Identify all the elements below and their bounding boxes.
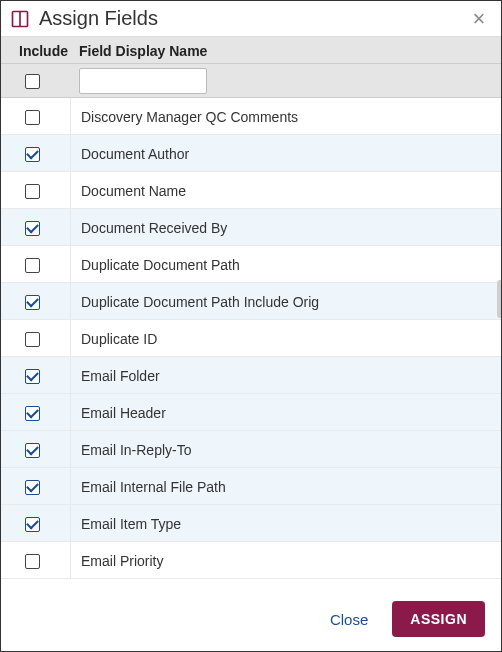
columns-icon (9, 8, 31, 30)
column-header-include[interactable]: Include (1, 37, 71, 63)
row-field-name: Email Priority (71, 547, 501, 573)
close-button[interactable]: Close (326, 605, 372, 634)
row-field-name: Document Author (71, 140, 501, 166)
assign-button[interactable]: ASSIGN (392, 601, 485, 637)
row-field-name: Document Received By (71, 214, 501, 240)
table-row[interactable]: Email Internal File Path (1, 468, 501, 505)
row-field-name: Email Internal File Path (71, 473, 501, 499)
table-row[interactable]: Document Author (1, 135, 501, 172)
table-row[interactable]: Duplicate ID (1, 320, 501, 357)
row-checkbox[interactable] (25, 369, 40, 384)
dialog-title: Assign Fields (39, 7, 467, 30)
row-checkbox[interactable] (25, 221, 40, 236)
select-all-checkbox[interactable] (25, 74, 40, 89)
row-field-name: Duplicate Document Path Include Orig (71, 288, 501, 314)
close-icon[interactable]: × (467, 8, 491, 30)
row-field-name: Email Item Type (71, 510, 501, 536)
row-checkbox[interactable] (25, 517, 40, 532)
row-field-name: Duplicate Document Path (71, 251, 501, 277)
table-row[interactable]: Document Name (1, 172, 501, 209)
row-field-name: Email Folder (71, 362, 501, 388)
row-checkbox[interactable] (25, 110, 40, 125)
row-field-name: Email Header (71, 399, 501, 425)
table-row[interactable]: Duplicate Document Path (1, 246, 501, 283)
table-row[interactable]: Duplicate Document Path Include Orig (1, 283, 501, 320)
table-row[interactable]: Email Item Type (1, 505, 501, 542)
row-checkbox[interactable] (25, 332, 40, 347)
row-checkbox[interactable] (25, 147, 40, 162)
table-row[interactable]: Document Received By (1, 209, 501, 246)
row-field-name: Duplicate ID (71, 325, 501, 351)
assign-fields-dialog: Assign Fields × Include Field Display Na… (1, 1, 501, 651)
dialog-footer: Close ASSIGN (1, 587, 501, 651)
grid-filter-row (1, 64, 501, 98)
table-row[interactable]: Email Folder (1, 357, 501, 394)
row-checkbox[interactable] (25, 258, 40, 273)
row-field-name: Email In-Reply-To (71, 436, 501, 462)
row-checkbox[interactable] (25, 443, 40, 458)
row-field-name: Discovery Manager QC Comments (71, 103, 501, 129)
row-field-name: Document Name (71, 177, 501, 203)
table-row[interactable]: Email In-Reply-To (1, 431, 501, 468)
table-row[interactable]: Email Header (1, 394, 501, 431)
grid-header-row: Include Field Display Name (1, 37, 501, 64)
row-checkbox[interactable] (25, 184, 40, 199)
row-checkbox[interactable] (25, 295, 40, 310)
column-header-name[interactable]: Field Display Name (71, 37, 501, 63)
row-checkbox[interactable] (25, 554, 40, 569)
table-row[interactable]: Discovery Manager QC Comments (1, 98, 501, 135)
filter-name-input[interactable] (79, 68, 207, 94)
table-row[interactable]: Email Priority (1, 542, 501, 579)
dialog-header: Assign Fields × (1, 1, 501, 37)
grid-body: Discovery Manager QC CommentsDocument Au… (1, 98, 501, 587)
scrollbar-thumb[interactable] (497, 280, 501, 318)
row-checkbox[interactable] (25, 406, 40, 421)
row-checkbox[interactable] (25, 480, 40, 495)
